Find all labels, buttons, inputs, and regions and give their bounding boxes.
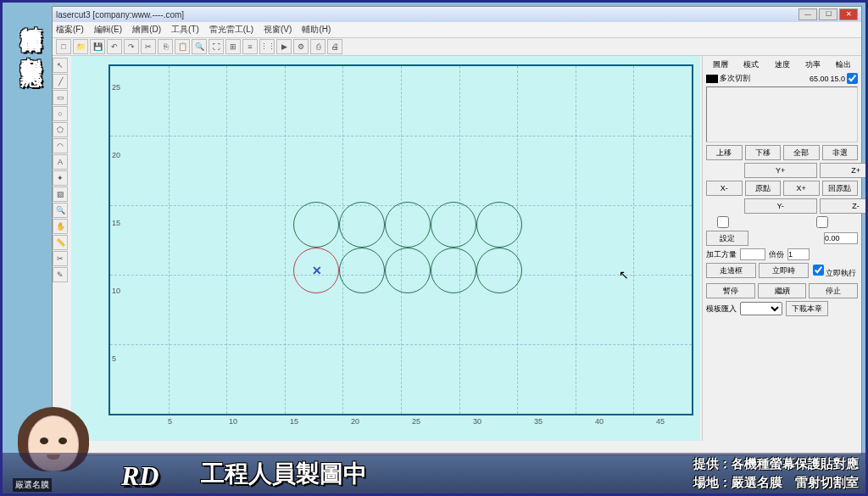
circle-shape[interactable] bbox=[385, 202, 431, 248]
zoom-icon[interactable]: 🔍 bbox=[192, 39, 207, 54]
output-checkbox[interactable] bbox=[847, 73, 858, 84]
y-axis-tick: 25 bbox=[112, 83, 120, 92]
menu-item[interactable]: 編輯(E) bbox=[94, 24, 122, 36]
edit-icon[interactable]: ✎ bbox=[53, 267, 68, 282]
z-minus-button[interactable]: Z- bbox=[820, 198, 868, 214]
circle-shape[interactable] bbox=[476, 248, 522, 293]
open-icon[interactable]: 📁 bbox=[73, 39, 88, 54]
menu-item[interactable]: 視窗(V) bbox=[264, 24, 292, 36]
node-icon[interactable]: ✦ bbox=[53, 170, 68, 186]
window-title: lasercut3 [company:www.----.com] bbox=[56, 10, 184, 20]
circle-shape[interactable] bbox=[385, 248, 431, 293]
circle-shape[interactable] bbox=[293, 202, 339, 248]
circle-shape[interactable] bbox=[476, 202, 522, 248]
print-icon[interactable]: 🖨 bbox=[327, 39, 342, 54]
output-icon[interactable]: ⎙ bbox=[310, 39, 326, 54]
immediate-checkbox[interactable]: 立即執行 bbox=[813, 265, 857, 279]
move-down-button[interactable]: 下移 bbox=[745, 145, 782, 160]
arc-icon[interactable]: ◠ bbox=[53, 138, 68, 153]
home-button[interactable]: 回原點 bbox=[822, 181, 859, 196]
circle-icon[interactable]: ○ bbox=[53, 106, 68, 121]
rect-icon[interactable]: ▭ bbox=[53, 90, 68, 105]
drawing-area[interactable]: ✕ ↖ 25 20 15 10 5 5 10 15 20 25 30 35 40… bbox=[108, 64, 693, 415]
paste-icon[interactable]: 📋 bbox=[175, 39, 190, 54]
fill-icon[interactable]: ▨ bbox=[53, 187, 68, 202]
measure-icon[interactable]: 📏 bbox=[53, 235, 68, 250]
color-swatch[interactable] bbox=[706, 75, 718, 83]
chk[interactable] bbox=[805, 216, 839, 228]
app-window: lasercut3 [company:www.----.com] — ☐ ✕ 檔… bbox=[52, 6, 862, 455]
proc-input[interactable] bbox=[824, 232, 858, 244]
close-button[interactable]: ✕ bbox=[839, 8, 858, 20]
x-axis-tick: 20 bbox=[351, 417, 359, 426]
cut-icon[interactable]: ✂ bbox=[141, 39, 156, 54]
copy-icon[interactable]: ⎘ bbox=[158, 39, 173, 54]
origin-button[interactable]: 原點 bbox=[745, 181, 782, 196]
x-axis-tick: 25 bbox=[412, 417, 420, 426]
move-up-button[interactable]: 上移 bbox=[706, 145, 743, 160]
line-icon[interactable]: ╱ bbox=[53, 74, 68, 89]
pan-icon[interactable]: ✋ bbox=[53, 219, 68, 234]
circle-shape[interactable] bbox=[431, 202, 476, 248]
grid-icon[interactable]: ⊞ bbox=[225, 39, 241, 54]
menu-item[interactable]: 輔助(H) bbox=[302, 24, 331, 36]
titlebar: lasercut3 [company:www.----.com] — ☐ ✕ bbox=[53, 7, 861, 22]
text-icon[interactable]: A bbox=[53, 154, 68, 170]
y-plus-button[interactable]: Y+ bbox=[744, 163, 817, 178]
layer-row[interactable]: 多次切割 65.00 15.0 bbox=[704, 72, 860, 85]
x-axis-tick: 45 bbox=[656, 417, 665, 426]
times-input[interactable] bbox=[787, 248, 810, 260]
circle-shape[interactable] bbox=[339, 202, 385, 248]
canvas[interactable]: ✕ ↖ 25 20 15 10 5 5 10 15 20 25 30 35 40… bbox=[71, 56, 700, 441]
settings-icon[interactable]: ⚙ bbox=[293, 39, 309, 54]
maximize-button[interactable]: ☐ bbox=[819, 8, 837, 20]
stop-button[interactable]: 停止 bbox=[809, 283, 858, 298]
redo-icon[interactable]: ↷ bbox=[124, 39, 139, 54]
cut-tool-icon[interactable]: ✂ bbox=[53, 251, 68, 266]
pause-button[interactable]: 暫停 bbox=[706, 283, 755, 298]
y-minus-button[interactable]: Y- bbox=[744, 198, 817, 214]
toolbar: □ 📁 💾 ↶ ↷ ✂ ⎘ 📋 🔍 ⛶ ⊞ ≡ ⋮⋮ ▶ ⚙ ⎙ 🖨 bbox=[53, 37, 861, 56]
array-icon[interactable]: ⋮⋮ bbox=[259, 39, 275, 54]
resume-button[interactable]: 繼續 bbox=[758, 283, 807, 298]
accel-input[interactable] bbox=[740, 248, 765, 260]
download-button[interactable]: 下載本章 bbox=[786, 301, 828, 316]
x-plus-button[interactable]: X+ bbox=[783, 181, 820, 196]
frame-button[interactable]: 走邊框 bbox=[706, 263, 756, 278]
layer-table-header: 圖層模式速度功率輸出 bbox=[704, 58, 860, 72]
invert-button[interactable]: 非選 bbox=[822, 145, 859, 160]
x-axis-tick: 15 bbox=[290, 417, 298, 426]
z-plus-button[interactable]: Z+ bbox=[820, 163, 868, 178]
all-button[interactable]: 全部 bbox=[783, 145, 820, 160]
sim-icon[interactable]: ▶ bbox=[276, 39, 292, 54]
polygon-icon[interactable]: ⬠ bbox=[53, 122, 68, 137]
layer-icon[interactable]: ≡ bbox=[242, 39, 258, 54]
zoom-tool-icon[interactable]: 🔍 bbox=[53, 203, 68, 218]
template-select[interactable] bbox=[740, 302, 782, 315]
undo-icon[interactable]: ↶ bbox=[107, 39, 122, 54]
x-minus-button[interactable]: X- bbox=[706, 181, 743, 196]
x-axis-tick: 40 bbox=[595, 417, 604, 426]
overlay-info: 提供：各機種螢幕保護貼對應 場地：嚴選名膜 雷射切割室 bbox=[693, 454, 859, 492]
select-icon[interactable]: ↖ bbox=[53, 58, 68, 73]
menu-item[interactable]: 檔案(F) bbox=[56, 24, 84, 36]
menu-item[interactable]: 繪圖(D) bbox=[132, 24, 161, 36]
x-axis-tick: 5 bbox=[168, 417, 172, 426]
set-button[interactable]: 設定 bbox=[706, 231, 748, 246]
save-icon[interactable]: 💾 bbox=[90, 39, 105, 54]
menu-item[interactable]: 雷光雷工(L) bbox=[209, 24, 253, 36]
new-icon[interactable]: □ bbox=[56, 39, 71, 54]
minimize-button[interactable]: — bbox=[798, 8, 817, 20]
x-axis-tick: 35 bbox=[534, 417, 542, 426]
left-toolbar: ↖ ╱ ▭ ○ ⬠ ◠ A ✦ ▨ 🔍 ✋ 📏 ✂ ✎ bbox=[53, 56, 70, 421]
fit-icon[interactable]: ⛶ bbox=[209, 39, 224, 54]
y-axis-tick: 20 bbox=[112, 151, 120, 159]
menubar: 檔案(F) 編輯(E) 繪圖(D) 工具(T) 雷光雷工(L) 視窗(V) 輔助… bbox=[53, 22, 861, 37]
now-button[interactable]: 立即時 bbox=[759, 263, 809, 278]
chk[interactable] bbox=[706, 216, 740, 228]
circle-shape[interactable] bbox=[339, 248, 385, 293]
center-mark-icon: ✕ bbox=[312, 264, 322, 277]
circle-shape[interactable] bbox=[431, 248, 476, 293]
menu-item[interactable]: 工具(T) bbox=[171, 24, 199, 36]
y-axis-tick: 15 bbox=[112, 219, 120, 227]
